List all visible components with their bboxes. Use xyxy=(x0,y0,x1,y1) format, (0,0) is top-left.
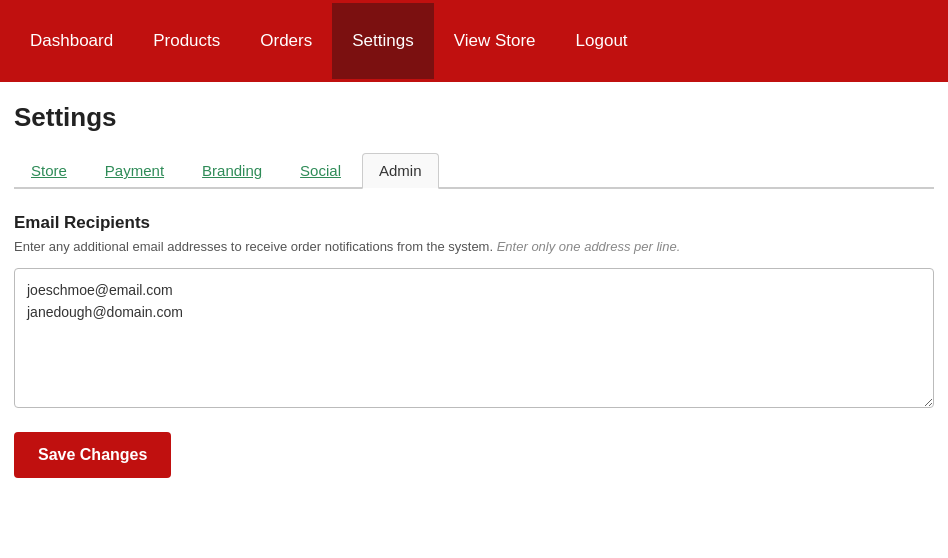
email-recipients-section: Email Recipients Enter any additional em… xyxy=(14,213,934,412)
tab-social[interactable]: Social xyxy=(283,153,358,187)
section-description-italic: Enter only one address per line. xyxy=(497,239,681,254)
tab-admin[interactable]: Admin xyxy=(362,153,439,189)
tab-store[interactable]: Store xyxy=(14,153,84,187)
section-title: Email Recipients xyxy=(14,213,934,233)
nav-item-logout[interactable]: Logout xyxy=(556,3,648,79)
nav-item-dashboard[interactable]: Dashboard xyxy=(10,3,133,79)
email-recipients-textarea[interactable] xyxy=(14,268,934,408)
nav-item-orders[interactable]: Orders xyxy=(240,3,332,79)
nav-item-settings[interactable]: Settings xyxy=(332,3,433,79)
nav-item-products[interactable]: Products xyxy=(133,3,240,79)
nav-item-view-store[interactable]: View Store xyxy=(434,3,556,79)
main-content: Settings StorePaymentBrandingSocialAdmin… xyxy=(0,82,948,498)
main-nav: DashboardProductsOrdersSettingsView Stor… xyxy=(0,0,948,82)
page-title: Settings xyxy=(14,102,934,133)
section-description: Enter any additional email addresses to … xyxy=(14,239,934,254)
tab-branding[interactable]: Branding xyxy=(185,153,279,187)
save-changes-button[interactable]: Save Changes xyxy=(14,432,171,478)
section-description-text: Enter any additional email addresses to … xyxy=(14,239,493,254)
tab-payment[interactable]: Payment xyxy=(88,153,181,187)
settings-tabs: StorePaymentBrandingSocialAdmin xyxy=(14,153,934,189)
